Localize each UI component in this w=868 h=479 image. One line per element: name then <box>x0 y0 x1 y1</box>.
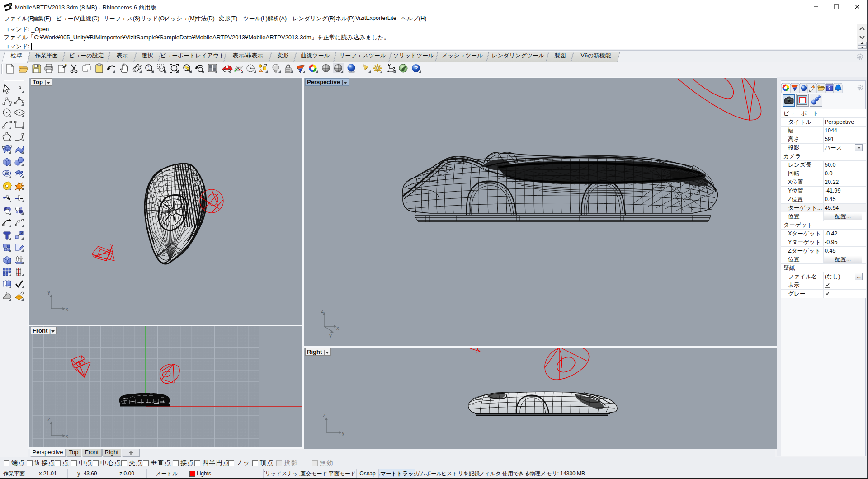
svg-text:y: y <box>329 332 332 338</box>
svg-text:x: x <box>66 433 68 439</box>
svg-text:?: ? <box>414 65 418 72</box>
svg-text:?: ? <box>828 86 830 91</box>
svg-text:y: y <box>47 289 50 295</box>
svg-text:z: z <box>47 416 50 423</box>
svg-text:x: x <box>66 306 68 312</box>
svg-text:6: 6 <box>9 4 11 7</box>
svg-text:z: z <box>321 308 324 314</box>
svg-text:y: y <box>342 430 344 436</box>
svg-text:z: z <box>323 412 326 418</box>
svg-text:x: x <box>336 325 339 331</box>
svg-text:-: - <box>148 67 150 71</box>
